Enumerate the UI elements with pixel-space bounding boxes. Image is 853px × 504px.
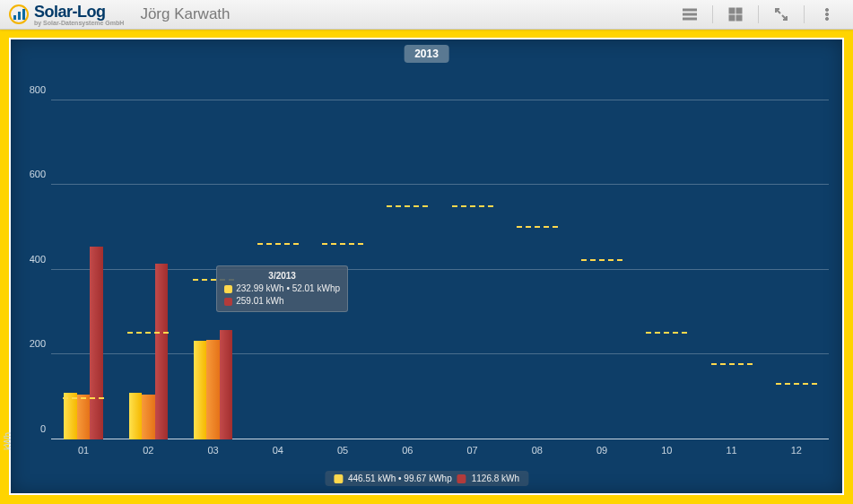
target-marker [127, 332, 169, 334]
x-tick-label: 01 [78, 445, 89, 456]
x-tick-label: 05 [337, 445, 348, 456]
x-tick-label: 08 [532, 445, 543, 456]
x-tick-label: 02 [143, 445, 153, 456]
fullscreen-button[interactable] [768, 4, 795, 24]
grid-line [51, 269, 829, 270]
more-button[interactable] [814, 4, 840, 24]
y-tick-label: 200 [30, 338, 46, 349]
legend-text-a: 446.51 kWh • 99.67 kWhp [348, 474, 452, 483]
target-marker [452, 205, 493, 207]
grid-line [51, 353, 829, 354]
target-marker [646, 332, 687, 334]
bar-kWh[interactable] [194, 341, 206, 439]
bar-kWh[interactable] [64, 393, 76, 439]
chart-frame: 2013 kWh 0200400600800010203040506070809… [0, 29, 853, 504]
chart-plot[interactable]: 2013 kWh 0200400600800010203040506070809… [9, 38, 844, 495]
x-tick-label: 03 [208, 445, 219, 456]
swatch-red-icon [224, 298, 232, 306]
bar-kWh-ref[interactable] [155, 264, 168, 439]
target-marker [387, 205, 428, 207]
x-axis-line [51, 439, 829, 439]
svg-rect-5 [729, 15, 735, 21]
toolbar-separator [804, 5, 805, 23]
svg-rect-4 [736, 8, 742, 13]
target-marker [776, 383, 817, 385]
y-axis-label: kWh [3, 432, 13, 450]
brand-name: Solar-Log [34, 3, 124, 22]
y-tick-label: 800 [30, 84, 46, 95]
x-tick-label: 12 [791, 445, 802, 456]
kebab-icon [820, 7, 834, 22]
toolbar-separator [712, 5, 713, 23]
bar-kWh-ref[interactable] [90, 247, 102, 439]
tooltip-line: 259.01 kWh [224, 295, 340, 308]
toolbar-separator [758, 5, 759, 23]
menu-icon [683, 7, 697, 22]
x-tick-label: 06 [402, 445, 413, 456]
target-marker [257, 243, 299, 245]
legend-text-b: 1126.8 kWh [472, 474, 519, 483]
bar-kWh-alt[interactable] [206, 340, 219, 439]
tooltip: 3/2013232.99 kWh • 52.01 kWhp259.01 kWh [216, 265, 348, 312]
brand-subtitle: by Solar-Datensysteme GmbH [34, 20, 124, 26]
svg-rect-0 [683, 9, 697, 11]
swatch-yellow-icon [224, 285, 232, 293]
bar-kWh-alt[interactable] [77, 395, 90, 439]
x-tick-label: 09 [596, 445, 607, 456]
legend-swatch-yellow [334, 474, 343, 483]
y-tick-label: 600 [30, 169, 46, 179]
svg-point-9 [825, 17, 828, 20]
brand-logo[interactable]: Solar-Log by Solar-Datensysteme GmbH [9, 3, 124, 26]
svg-point-7 [825, 8, 828, 11]
y-tick-label: 400 [30, 254, 46, 265]
x-tick-label: 11 [727, 445, 737, 456]
bar-kWh-alt[interactable] [142, 395, 154, 439]
svg-rect-1 [683, 13, 697, 15]
target-marker [711, 363, 753, 365]
target-marker [581, 259, 622, 261]
legend-swatch-red [457, 474, 466, 483]
legend[interactable]: 446.51 kWh • 99.67 kWhp 1126.8 kWh [325, 471, 528, 486]
axis-area: 02004006008000102030405060708091011123/2… [51, 66, 829, 439]
tooltip-line: 232.99 kWh • 52.01 kWhp [224, 282, 340, 295]
bar-kWh[interactable] [129, 393, 142, 439]
grid-line [51, 100, 829, 100]
bar-kWh-ref[interactable] [220, 330, 232, 439]
target-marker [517, 226, 558, 228]
x-tick-label: 04 [273, 445, 283, 456]
expand-icon [774, 7, 788, 22]
owner-name: Jörg Karwath [140, 5, 230, 23]
target-marker [322, 243, 363, 245]
svg-rect-2 [683, 18, 697, 20]
svg-rect-3 [729, 8, 735, 13]
svg-rect-6 [736, 15, 742, 21]
grid-icon [728, 7, 743, 22]
x-tick-label: 07 [467, 445, 478, 456]
svg-point-8 [825, 13, 828, 15]
app-header: Solar-Log by Solar-Datensysteme GmbH Jör… [0, 0, 853, 30]
grid-line [51, 184, 829, 185]
y-tick-label: 0 [40, 423, 46, 434]
grid-view-button[interactable] [722, 4, 749, 24]
logo-icon [9, 4, 29, 24]
menu-button[interactable] [676, 4, 703, 24]
x-tick-label: 10 [661, 445, 672, 456]
target-marker [63, 397, 104, 399]
tooltip-title: 3/2013 [224, 270, 340, 282]
chart-title[interactable]: 2013 [404, 45, 449, 63]
